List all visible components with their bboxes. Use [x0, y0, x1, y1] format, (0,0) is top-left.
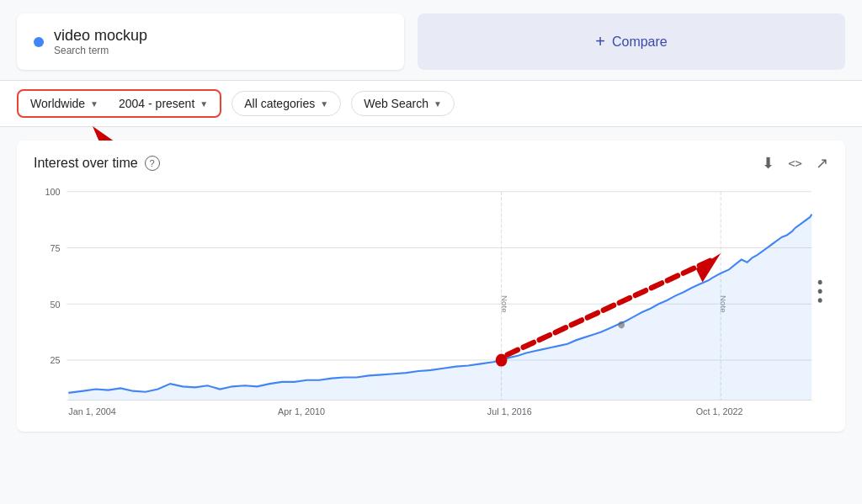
worldwide-chevron-icon: ▼ — [90, 99, 98, 109]
embed-icon[interactable]: <> — [788, 157, 802, 170]
compare-label: Compare — [612, 34, 668, 50]
chart-title: Interest over time — [34, 156, 138, 171]
svg-point-24 — [818, 289, 822, 294]
search-type-label: Web Search — [364, 97, 428, 110]
chart-section: Interest over time ? ⬇ <> ↗ 100 75 50 25… — [17, 141, 845, 432]
search-term-type-label: Search term — [54, 45, 147, 56]
categories-filter[interactable]: All categories ▼ — [231, 91, 341, 116]
svg-text:75: 75 — [50, 242, 60, 253]
search-type-chevron-icon: ▼ — [434, 99, 442, 109]
svg-point-25 — [818, 298, 822, 302]
compare-button[interactable]: + Compare — [595, 32, 668, 51]
filters-bar: Worldwide ▼ 2004 - present ▼ All categor… — [0, 80, 862, 127]
chart-header: Interest over time ? ⬇ <> ↗ — [34, 154, 828, 172]
svg-text:Jan 1, 2004: Jan 1, 2004 — [68, 406, 115, 416]
svg-marker-15 — [68, 215, 811, 401]
svg-point-26 — [618, 321, 625, 329]
svg-text:100: 100 — [45, 187, 60, 198]
date-range-label: 2004 - present — [119, 97, 194, 110]
svg-text:Oct 1, 2022: Oct 1, 2022 — [696, 406, 743, 416]
compare-card[interactable]: + Compare — [418, 13, 845, 70]
svg-text:25: 25 — [50, 355, 60, 366]
svg-text:Jul 1, 2016: Jul 1, 2016 — [487, 406, 532, 416]
categories-chevron-icon: ▼ — [320, 99, 328, 109]
top-section: video mockup Search term + Compare — [0, 0, 862, 80]
svg-text:50: 50 — [50, 299, 60, 310]
share-icon[interactable]: ↗ — [816, 154, 828, 172]
search-term-text: video mockup Search term — [54, 27, 147, 56]
chart-actions: ⬇ <> ↗ — [762, 154, 828, 172]
worldwide-filter[interactable]: Worldwide ▼ — [24, 93, 105, 114]
svg-text:Apr 1, 2010: Apr 1, 2010 — [278, 406, 325, 416]
compare-plus-icon: + — [595, 32, 605, 51]
svg-text:Note: Note — [500, 295, 508, 312]
svg-point-23 — [818, 280, 822, 284]
search-term-name: video mockup — [54, 27, 147, 45]
categories-label: All categories — [244, 97, 315, 110]
date-range-chevron-icon: ▼ — [200, 99, 208, 109]
chart-container: 100 75 50 25 Note Note Jan 1, 2004 Apr 1… — [34, 183, 828, 418]
chart-title-group: Interest over time ? — [34, 156, 160, 171]
worldwide-label: Worldwide — [30, 97, 85, 110]
search-type-filter[interactable]: Web Search ▼ — [351, 91, 455, 116]
search-term-dot — [34, 37, 44, 47]
chart-svg: 100 75 50 25 Note Note Jan 1, 2004 Apr 1… — [34, 183, 828, 418]
info-icon[interactable]: ? — [145, 156, 160, 171]
search-term-card: video mockup Search term — [17, 13, 404, 70]
download-icon[interactable]: ⬇ — [762, 154, 774, 172]
date-range-filter[interactable]: 2004 - present ▼ — [112, 93, 215, 114]
